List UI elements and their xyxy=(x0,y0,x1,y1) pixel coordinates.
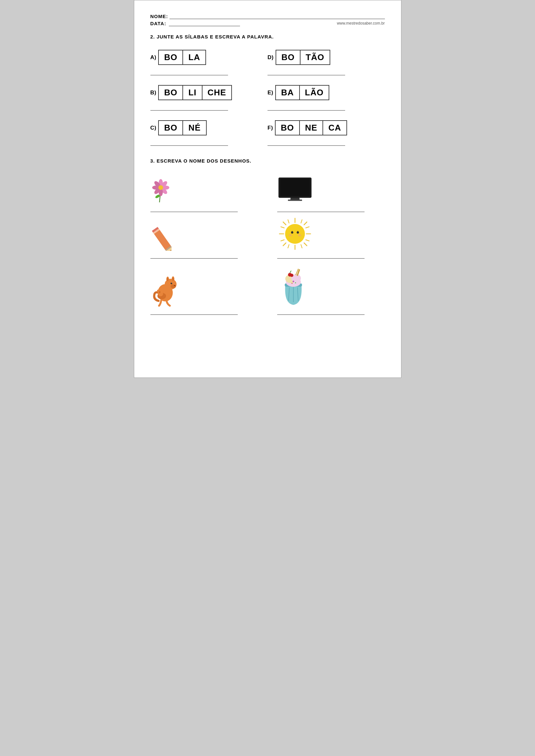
section2: 2. JUNTE AS SÍLABAS E ESCREVA A PALAVRA.… xyxy=(151,34,385,152)
syllable-item-C: C) BO NÉ xyxy=(151,117,268,152)
svg-rect-14 xyxy=(288,200,302,201)
drawing-item-flower xyxy=(151,169,268,215)
svg-point-66 xyxy=(295,282,296,283)
sun-answer-line[interactable] xyxy=(277,253,365,258)
svg-point-53 xyxy=(170,283,172,284)
nome-line: NOME: xyxy=(151,13,385,19)
kangaroo-answer-line[interactable] xyxy=(151,309,238,315)
syllables-grid: A) BO LA D) BO TÃO B) BO xyxy=(151,46,385,152)
svg-point-10 xyxy=(158,185,163,190)
syl-BO-A: BO xyxy=(158,50,183,65)
syllable-row-B: B) BO LI CHE xyxy=(151,85,268,100)
svg-line-33 xyxy=(306,227,309,228)
drawings-grid xyxy=(151,169,385,318)
data-underline xyxy=(169,20,240,26)
syl-CA: CA xyxy=(323,120,347,135)
svg-line-31 xyxy=(281,227,284,228)
flower-answer-line[interactable] xyxy=(151,206,238,212)
syllable-row-A: A) BO LA xyxy=(151,50,268,65)
syl-BO-C: BO xyxy=(158,120,183,135)
svg-point-51 xyxy=(170,284,176,288)
label-A: A) xyxy=(151,54,156,61)
pencil-image xyxy=(151,219,186,251)
svg-line-34 xyxy=(306,240,309,241)
label-B: B) xyxy=(151,90,156,96)
label-C: C) xyxy=(151,125,156,131)
answer-line-B[interactable] xyxy=(151,105,228,111)
nome-underline xyxy=(169,13,385,19)
syl-BO-B: BO xyxy=(158,85,183,100)
syl-CHE: CHE xyxy=(203,85,232,100)
flower-image xyxy=(151,172,186,204)
syl-BA: BA xyxy=(275,85,300,100)
answer-line-A[interactable] xyxy=(151,69,228,75)
svg-point-40 xyxy=(289,234,293,236)
syllable-item-D: D) BO TÃO xyxy=(268,46,385,82)
syllable-item-B: B) BO LI CHE xyxy=(151,82,268,117)
syl-NE-F: NE xyxy=(300,120,323,135)
svg-point-41 xyxy=(298,234,301,236)
answer-line-F[interactable] xyxy=(268,140,345,146)
svg-line-60 xyxy=(290,271,291,273)
svg-rect-12 xyxy=(280,179,310,196)
svg-line-25 xyxy=(283,222,286,225)
header-row2: DATA: www.mestredosaber.com.br xyxy=(151,20,385,26)
icecream-svg xyxy=(277,265,310,307)
kangaroo-svg xyxy=(151,265,183,307)
svg-point-65 xyxy=(292,283,293,284)
syl-BO-D: BO xyxy=(276,50,300,65)
pencil-svg xyxy=(151,219,186,251)
svg-line-29 xyxy=(288,220,289,223)
drawing-item-icecream xyxy=(268,262,385,318)
answer-line-D[interactable] xyxy=(268,69,345,75)
drawing-item-tv xyxy=(268,169,385,215)
answer-line-E[interactable] xyxy=(268,105,345,111)
syllable-item-A: A) BO LA xyxy=(151,46,268,82)
svg-rect-13 xyxy=(291,198,299,200)
svg-point-61 xyxy=(290,274,294,277)
tv-answer-line[interactable] xyxy=(277,206,365,212)
syllable-row-D: D) BO TÃO xyxy=(268,50,385,65)
sun-svg xyxy=(277,217,313,251)
svg-point-37 xyxy=(285,224,305,244)
drawing-item-sun xyxy=(268,215,385,262)
sun-image xyxy=(277,219,313,251)
syl-TAO: TÃO xyxy=(300,50,330,65)
label-F: F) xyxy=(268,125,273,131)
website-text: www.mestredosaber.com.br xyxy=(337,21,384,26)
svg-line-30 xyxy=(301,220,302,223)
drawing-item-pencil xyxy=(151,215,268,262)
syllable-row-C: C) BO NÉ xyxy=(151,120,268,135)
section3: 3. ESCREVA O NOME DOS DESENHOS. xyxy=(151,158,385,318)
svg-point-54 xyxy=(171,283,172,284)
tv-image xyxy=(277,172,313,204)
syl-LI: LI xyxy=(183,85,202,100)
svg-point-48 xyxy=(167,277,168,281)
svg-line-28 xyxy=(283,243,286,246)
label-D: D) xyxy=(268,54,274,61)
section2-title: 2. JUNTE AS SÍLABAS E ESCREVA A PALAVRA. xyxy=(151,34,385,40)
syl-LAO: LÃO xyxy=(300,85,330,100)
icecream-image xyxy=(277,265,313,307)
nome-label: NOME: xyxy=(151,14,168,19)
svg-point-50 xyxy=(172,277,174,281)
svg-point-64 xyxy=(293,281,294,282)
icecream-answer-line[interactable] xyxy=(277,309,365,315)
svg-line-35 xyxy=(288,245,289,248)
syl-BO-F: BO xyxy=(275,120,300,135)
syllable-row-E: E) BA LÃO xyxy=(268,85,385,100)
tv-svg xyxy=(277,174,313,204)
syl-LA: LA xyxy=(183,50,206,65)
data-line: DATA: xyxy=(151,20,240,26)
syl-NE: NÉ xyxy=(183,120,206,135)
header-section: NOME: DATA: www.mestredosaber.com.br xyxy=(151,13,385,26)
kangaroo-image xyxy=(151,265,186,307)
syllable-item-E: E) BA LÃO xyxy=(268,82,385,117)
syllable-row-F: F) BO NE CA xyxy=(268,120,385,135)
answer-line-C[interactable] xyxy=(151,140,228,146)
pencil-answer-line[interactable] xyxy=(151,253,238,258)
flower-svg xyxy=(151,172,176,204)
svg-line-26 xyxy=(304,243,307,246)
label-E: E) xyxy=(268,90,273,96)
drawing-item-kangaroo xyxy=(151,262,268,318)
